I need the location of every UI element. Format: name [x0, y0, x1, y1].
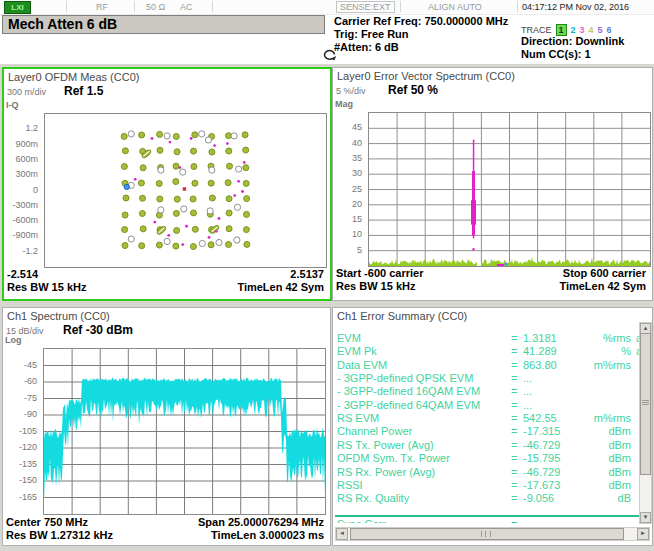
evs-plot: [368, 112, 651, 267]
summary-val: 542.55: [523, 412, 557, 424]
summary-row: OFDM Sym. Tx. Power=-15.795dBm: [337, 452, 638, 465]
scroll-down-arrow[interactable]: ▼: [640, 512, 651, 523]
trace-number-6[interactable]: 6: [607, 25, 612, 35]
axis-label: Log: [5, 335, 22, 345]
trace-number-3[interactable]: 3: [580, 25, 585, 35]
trigger-readout: Trig: Free Run: [334, 28, 409, 40]
summary-eq: =: [511, 425, 517, 437]
summary-row: RS Rx. Quality=-9.056dB: [337, 492, 638, 505]
x-min: -2.514: [7, 268, 38, 280]
y-axis-ticks: 45403530252015105: [333, 112, 365, 265]
panel-ch1-spectrum[interactable]: Ch1 Spectrum (CC0) 15 dB/div Ref -30 dBm…: [2, 307, 331, 546]
summary-eq: =: [511, 345, 517, 357]
summary-eq: =: [511, 452, 517, 464]
table-rule: [335, 515, 640, 517]
measurement-area: Layer0 OFDM Meas (CC0) 300 m/div Ref 1.5…: [0, 64, 654, 551]
spectrum-plot: [43, 348, 326, 515]
scale-per-div: 300 m/div: [7, 87, 46, 97]
time-len: TimeLen 42 Sym: [559, 280, 646, 292]
res-bw: Res BW 1.27312 kHz: [6, 529, 113, 541]
panel-footer: Res BW 1.27312 kHz TimeLen 3.000023 ms: [6, 529, 324, 541]
panel-error-vector-spectrum[interactable]: Layer0 Error Vector Spectrum (CC0) 5 %/d…: [332, 67, 653, 301]
trace-label: TRACE: [521, 25, 552, 35]
y-tick-label: -165: [19, 492, 37, 502]
summary-row: Data EVM=863.80m%rms: [337, 359, 638, 372]
summary-row: RS Rx. Power (Avg)=-46.729dBm: [337, 466, 638, 479]
res-bw: Res BW 15 kHz: [336, 280, 415, 292]
summary-unit: dBm: [561, 452, 631, 464]
summary-unit: dBm: [561, 439, 631, 451]
trace-number-5[interactable]: 5: [598, 25, 603, 35]
summary-label: RS Tx. Power (Avg): [337, 439, 434, 451]
x-axis-range: Center 750 MHz Span 25.000076294 MHz: [6, 516, 324, 528]
summary-eq: =: [511, 399, 517, 411]
y-tick-label: -600m: [12, 215, 38, 225]
panel-footer: Res BW 15 kHz TimeLen 42 Sym: [336, 280, 646, 292]
res-bw: Res BW 15 kHz: [7, 281, 86, 293]
summary-unit: dBm: [561, 466, 631, 478]
summary-row: - 3GPP-defined 64QAM EVM=...: [337, 399, 638, 412]
summary-row: - 3GPP-defined 16QAM EVM=...: [337, 385, 638, 398]
y-tick-label: -75: [24, 393, 37, 403]
scroll-right-arrow[interactable]: ►: [637, 528, 649, 540]
summary-eq: =: [511, 332, 517, 344]
summary-label: Channel Power: [337, 425, 412, 437]
summary-val: ...: [523, 385, 532, 397]
panel-footer: Res BW 15 kHz TimeLen 42 Sym: [7, 281, 324, 293]
active-function-bar: Mech Atten 6 dB: [2, 15, 325, 34]
direction-readout: Direction: Downlink: [521, 35, 624, 47]
y-tick-label: -150: [19, 475, 37, 485]
summary-partial-text: =: [511, 518, 517, 523]
error-summary-table: EVM=1.3181%rmsatEVM Pk=41.289%atData EVM…: [337, 308, 638, 518]
summary-label: - 3GPP-defined 64QAM EVM: [337, 399, 480, 411]
x-start: Start -600 carrier: [336, 267, 423, 279]
summary-unit: dBm: [561, 425, 631, 437]
scroll-left-arrow[interactable]: ◄: [336, 528, 348, 540]
vertical-scrollbar[interactable]: ▲ ▼: [639, 322, 652, 524]
x-max: 2.5137: [290, 268, 324, 280]
summary-val: 863.80: [523, 359, 557, 371]
y-tick-label: -1.2: [22, 246, 38, 256]
scale-per-div: 5 %/div: [336, 86, 366, 96]
y-tick-label: 900m: [15, 139, 38, 149]
divider: [517, 1, 518, 12]
panel-error-summary[interactable]: Ch1 Error Summary (CC0) EVM=1.3181%rmsat…: [332, 307, 653, 546]
summary-partial-text: Sync Corr: [337, 518, 386, 523]
y-tick-label: 45: [352, 122, 362, 132]
summary-eq: =: [511, 372, 517, 384]
axis-label: Mag: [335, 99, 353, 109]
summary-row: RS EVM=542.55m%rms: [337, 412, 638, 425]
y-tick-label: -60: [24, 376, 37, 386]
summary-row: EVM Pk=41.289%at: [337, 345, 638, 358]
panel-title: Layer0 OFDM Meas (CC0): [8, 71, 139, 83]
vertical-scrollbar-thumb[interactable]: [640, 333, 651, 475]
x-axis-range: Start -600 carrier Stop 600 carrier: [336, 267, 646, 279]
span: Span 25.000076294 MHz: [198, 516, 324, 528]
x-axis-range: -2.514 2.5137: [7, 268, 324, 280]
summary-label: RSSI: [337, 479, 363, 491]
summary-label: Data EVM: [337, 359, 387, 371]
summary-unit: dBm: [561, 479, 631, 491]
summary-val: 1.3181: [523, 332, 557, 344]
summary-label: RS EVM: [337, 412, 379, 424]
panel-ofdm-constellation[interactable]: Layer0 OFDM Meas (CC0) 300 m/div Ref 1.5…: [2, 67, 332, 301]
y-tick-label: 0: [33, 185, 38, 195]
trace-number-2[interactable]: 2: [571, 25, 576, 35]
y-tick-label: 300m: [15, 169, 38, 179]
y-tick-label: 30: [352, 168, 362, 178]
num-cc-readout: Num CC(s): 1: [521, 48, 591, 60]
horizontal-scrollbar[interactable]: ◄ ►: [335, 527, 650, 541]
divider: [66, 1, 67, 12]
summary-row: RSSI=-17.673dBm: [337, 479, 638, 492]
y-tick-label: -135: [19, 459, 37, 469]
summary-label: RS Rx. Quality: [337, 492, 409, 504]
divider: [400, 1, 401, 12]
trace-number-4[interactable]: 4: [589, 25, 594, 35]
horizontal-scrollbar-thumb[interactable]: [350, 528, 624, 540]
summary-val: -15.795: [523, 452, 560, 464]
summary-val: ...: [523, 399, 532, 411]
summary-eq: =: [511, 439, 517, 451]
summary-label: EVM: [337, 332, 361, 344]
summary-eq: =: [511, 492, 517, 504]
summary-val: -17.673: [523, 479, 560, 491]
